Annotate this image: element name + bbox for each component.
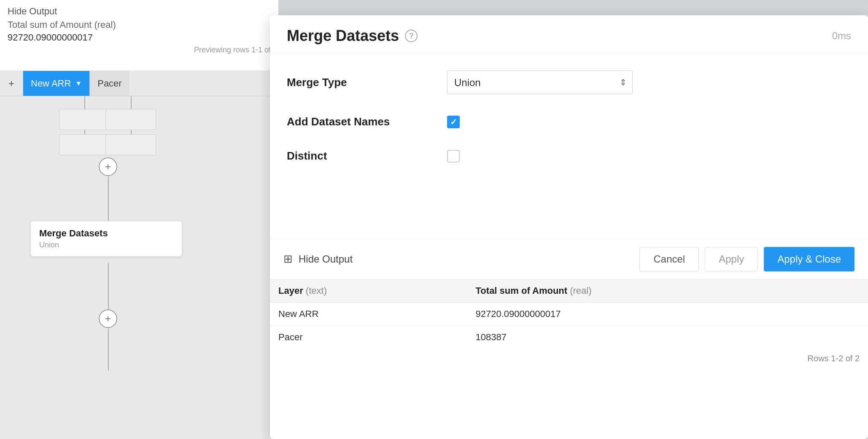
modal-header: Merge Datasets ? 0ms xyxy=(270,15,868,54)
dataset-block-4 xyxy=(105,134,156,155)
dataset-block-3 xyxy=(59,134,110,155)
node-title: Merge Datasets xyxy=(39,228,173,239)
tab-pacer[interactable]: Pacer xyxy=(89,71,129,96)
add-dataset-names-control: ✓ xyxy=(447,116,851,128)
merge-type-select[interactable]: Union Join Intersect Except xyxy=(447,70,633,94)
total-sum-value: 92720.09000000017 xyxy=(8,32,271,43)
modal-title: Merge Datasets xyxy=(287,27,399,45)
tab-new-arr[interactable]: New ARR ▼ xyxy=(23,71,89,96)
col2-header: Total sum of Amount (real) xyxy=(467,279,868,303)
checkmark-icon: ✓ xyxy=(450,117,457,127)
total-sum-label: Total sum of Amount (real) xyxy=(8,19,116,30)
distinct-label: Distinct xyxy=(287,149,447,163)
table-cell-amount: 92720.09000000017 xyxy=(467,302,868,325)
merge-type-select-wrapper: Union Join Intersect Except ⇕ xyxy=(447,70,633,94)
col1-header: Layer (text) xyxy=(270,279,467,303)
add-node-button-top[interactable]: + xyxy=(99,157,117,176)
add-dataset-names-row: Add Dataset Names ✓ xyxy=(287,115,851,128)
dataset-block-2 xyxy=(105,109,156,130)
canvas-area: + Merge Datasets Union + xyxy=(0,96,278,439)
merge-datasets-modal: Merge Datasets ? 0ms Merge Type Union Jo… xyxy=(270,15,868,439)
connector-line-5 xyxy=(108,328,109,371)
left-panel: Hide Output Total sum of Amount (real) 9… xyxy=(0,0,278,439)
distinct-row: Distinct xyxy=(287,149,851,163)
hide-output-button[interactable]: Hide Output xyxy=(8,6,271,17)
add-dataset-names-checkbox[interactable]: ✓ xyxy=(447,116,460,128)
footer-actions: Cancel Apply Apply & Close xyxy=(639,247,855,271)
table-cell-amount: 108387 xyxy=(467,325,868,349)
output-table-area: Layer (text) Total sum of Amount (real) … xyxy=(270,279,868,439)
tab-bar: + New ARR ▼ Pacer xyxy=(0,71,278,96)
add-tab-button[interactable]: + xyxy=(0,71,23,96)
add-node-button-bottom[interactable]: + xyxy=(99,309,117,328)
output-table: Layer (text) Total sum of Amount (real) … xyxy=(270,279,868,349)
modal-title-row: Merge Datasets ? xyxy=(287,27,418,45)
table-body: New ARR92720.09000000017Pacer108387 xyxy=(270,302,868,349)
table-row: New ARR92720.09000000017 xyxy=(270,302,868,325)
table-header-row: Layer (text) Total sum of Amount (real) xyxy=(270,279,868,303)
merge-type-row: Merge Type Union Join Intersect Except ⇕ xyxy=(287,70,851,94)
tab-pacer-label: Pacer xyxy=(97,78,121,89)
table-row: Pacer108387 xyxy=(270,325,868,349)
output-area: Hide Output Total sum of Amount (real) 9… xyxy=(0,0,278,71)
add-dataset-names-label: Add Dataset Names xyxy=(287,115,447,128)
distinct-checkbox[interactable] xyxy=(447,150,460,163)
hide-output-footer-button[interactable]: ⊞ Hide Output xyxy=(283,252,353,266)
merge-datasets-node[interactable]: Merge Datasets Union xyxy=(30,221,182,257)
cancel-button[interactable]: Cancel xyxy=(639,247,699,271)
help-icon[interactable]: ? xyxy=(405,30,418,42)
modal-body: Merge Type Union Join Intersect Except ⇕… xyxy=(270,54,868,239)
merge-type-label: Merge Type xyxy=(287,76,447,89)
tab-new-arr-label: New ARR xyxy=(31,78,71,89)
tab-dropdown-arrow[interactable]: ▼ xyxy=(75,80,82,87)
merge-type-control: Union Join Intersect Except ⇕ xyxy=(447,70,851,94)
table-cell-layer: New ARR xyxy=(270,302,467,325)
distinct-control xyxy=(447,150,851,163)
modal-footer: ⊞ Hide Output Cancel Apply Apply & Close xyxy=(270,239,868,279)
grid-icon: ⊞ xyxy=(283,252,293,266)
connector-line-3 xyxy=(108,176,109,223)
previewing-text: Previewing rows 1-1 of xyxy=(8,46,271,54)
rows-count: Rows 1-2 of 2 xyxy=(270,349,868,369)
table-cell-layer: Pacer xyxy=(270,325,467,349)
apply-button[interactable]: Apply xyxy=(705,247,758,271)
node-subtitle: Union xyxy=(39,241,173,249)
apply-close-button[interactable]: Apply & Close xyxy=(764,247,855,271)
dataset-block-1 xyxy=(59,109,110,130)
hide-output-footer-label: Hide Output xyxy=(299,253,353,265)
modal-timing: 0ms xyxy=(832,30,851,42)
